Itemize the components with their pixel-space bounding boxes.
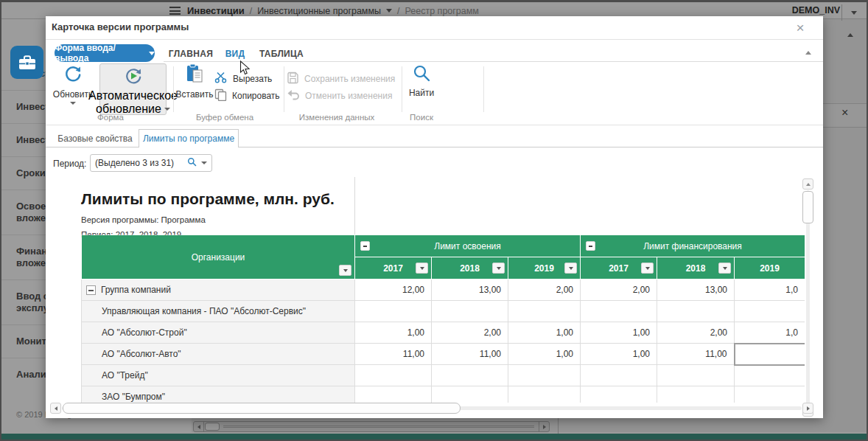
form-io-menu-button[interactable]: Форма ввода/вывода [55, 44, 155, 62]
value-cell[interactable]: 1,00 [355, 322, 432, 344]
filter-dropdown-icon[interactable] [564, 263, 577, 274]
ribbon-group-label: Поиск [398, 113, 445, 122]
value-cell[interactable] [581, 386, 657, 403]
tab-program-limits[interactable]: Лимиты по программе [139, 129, 239, 147]
dropdown-arrow-icon [164, 108, 170, 111]
value-cell[interactable] [508, 301, 581, 322]
value-cell[interactable]: 13,00 [432, 279, 508, 301]
scroll-right-icon[interactable] [802, 403, 813, 414]
filter-dropdown-icon[interactable] [416, 263, 428, 274]
column-header-year[interactable]: 2019 [735, 257, 805, 279]
value-cell[interactable] [735, 386, 805, 403]
ribbon-collapse-button[interactable] [802, 47, 815, 58]
cut-button[interactable]: Вырезать [214, 72, 272, 86]
copy-icon [214, 88, 227, 103]
value-cell[interactable] [355, 301, 432, 322]
limits-table: Организации Лимит освоения Лимит финанси… [81, 235, 805, 403]
table-row: Управляющая компания - ПАО "Абсолют-Серв… [82, 301, 805, 322]
value-cell[interactable] [355, 386, 432, 403]
copy-button[interactable]: Копировать [214, 88, 280, 103]
value-cell[interactable]: 2,00 [432, 322, 508, 344]
value-cell[interactable] [735, 301, 805, 322]
filter-dropdown-icon[interactable] [492, 263, 505, 274]
tab-basic-properties[interactable]: Базовые свойства [52, 129, 139, 147]
save-icon [287, 72, 299, 86]
value-cell[interactable] [581, 301, 657, 322]
save-changes-button[interactable]: Сохранить изменения [287, 72, 395, 86]
value-cell[interactable]: 1,00 [581, 344, 657, 365]
column-header-year[interactable]: 2018 [432, 257, 508, 279]
search-icon [412, 63, 431, 86]
table-row: Группа компаний 12,00 13,00 2,00 2,00 13… [82, 279, 805, 301]
period-combobox[interactable]: (Выделено 3 из 31) [90, 154, 212, 172]
dialog-close-button[interactable]: × [791, 19, 809, 37]
ribbon-tab-table[interactable]: ТАБЛИЦА [258, 46, 305, 62]
group-header-development-limit[interactable]: Лимит освоения [355, 235, 581, 257]
value-cell[interactable] [657, 386, 735, 403]
column-header-year[interactable]: 2018 [657, 257, 735, 279]
value-cell[interactable] [657, 301, 735, 322]
undo-changes-button[interactable]: Отменить изменения [287, 88, 392, 103]
value-cell[interactable] [581, 365, 657, 386]
value-cell[interactable] [508, 365, 581, 386]
program-version-card-dialog: Карточка версии программы × Форма ввода/… [46, 16, 823, 418]
selected-cell[interactable] [735, 344, 805, 365]
ribbon-group-label: Изменения данных [293, 113, 381, 122]
value-cell[interactable]: 1,0 [735, 322, 805, 344]
value-cell[interactable] [657, 365, 735, 386]
value-cell[interactable]: 1,00 [581, 322, 657, 344]
value-cell[interactable]: 12,00 [355, 279, 432, 301]
value-cell[interactable]: 1,00 [508, 344, 581, 365]
report-area: Лимиты по программе, млн. руб. Версия пр… [46, 177, 823, 403]
value-cell[interactable] [432, 365, 508, 386]
value-cell[interactable]: 2,00 [657, 322, 735, 344]
org-cell[interactable]: АО "Трейд" [82, 365, 355, 386]
group-header-financing-limit[interactable]: Лимит финансирования [581, 235, 805, 257]
org-cell[interactable]: ЗАО "Бумпром" [82, 386, 355, 403]
filter-dropdown-icon[interactable] [718, 263, 731, 274]
auto-refresh-toggle-button[interactable]: Автоматическое обновление [99, 63, 167, 115]
value-cell[interactable]: 1,0 [735, 279, 805, 301]
value-cell[interactable] [432, 301, 508, 322]
column-header-year[interactable]: 2017 [581, 257, 657, 279]
value-cell[interactable]: 11,00 [432, 344, 508, 365]
value-cell[interactable]: 1,00 [508, 322, 581, 344]
value-cell[interactable] [355, 365, 432, 386]
paste-button[interactable]: Вставить [175, 63, 214, 100]
dropdown-arrow-icon[interactable] [201, 162, 207, 164]
ribbon-tab-main[interactable]: ГЛАВНАЯ [169, 46, 212, 62]
value-cell[interactable] [432, 386, 508, 403]
scrollbar-thumb[interactable] [802, 191, 813, 223]
collapse-group-icon[interactable] [360, 241, 370, 251]
value-cell[interactable] [508, 386, 581, 403]
collapse-group-icon[interactable] [586, 241, 595, 251]
collapse-row-icon[interactable] [86, 285, 96, 295]
org-cell[interactable]: Группа компаний [82, 279, 355, 301]
column-header-year[interactable]: 2017 [355, 257, 432, 279]
column-header-organizations[interactable]: Организации [82, 235, 355, 279]
dropdown-arrow-icon [70, 102, 76, 105]
find-button[interactable]: Найти [405, 63, 438, 98]
value-cell[interactable]: 13,00 [657, 279, 735, 301]
value-cell[interactable]: 11,00 [355, 344, 432, 365]
report-title: Лимиты по программе, млн. руб. [81, 190, 335, 208]
column-header-year[interactable]: 2019 [508, 257, 581, 279]
scrollbar-thumb[interactable] [63, 403, 461, 414]
org-cell[interactable]: АО "Абсолют-Авто" [82, 344, 355, 365]
report-vertical-scrollbar[interactable] [802, 178, 813, 417]
dialog-title: Карточка версии программы [52, 21, 189, 32]
org-cell[interactable]: АО "Абсолют-Строй" [82, 322, 355, 344]
table-row: АО "Трейд" [82, 365, 805, 386]
search-icon[interactable] [187, 157, 197, 169]
org-cell[interactable]: Управляющая компания - ПАО "Абсолют-Серв… [82, 301, 355, 322]
scroll-left-icon[interactable] [50, 403, 61, 414]
report-horizontal-scrollbar[interactable] [50, 403, 813, 414]
value-cell[interactable] [735, 365, 805, 386]
value-cell[interactable]: 2,00 [581, 279, 657, 301]
filter-dropdown-icon[interactable] [641, 263, 654, 274]
ribbon-tab-view[interactable]: ВИД [223, 46, 248, 62]
filter-dropdown-icon[interactable] [339, 265, 351, 276]
scroll-up-icon[interactable] [802, 178, 813, 190]
value-cell[interactable]: 2,00 [508, 279, 581, 301]
value-cell[interactable]: 11,00 [657, 344, 735, 365]
